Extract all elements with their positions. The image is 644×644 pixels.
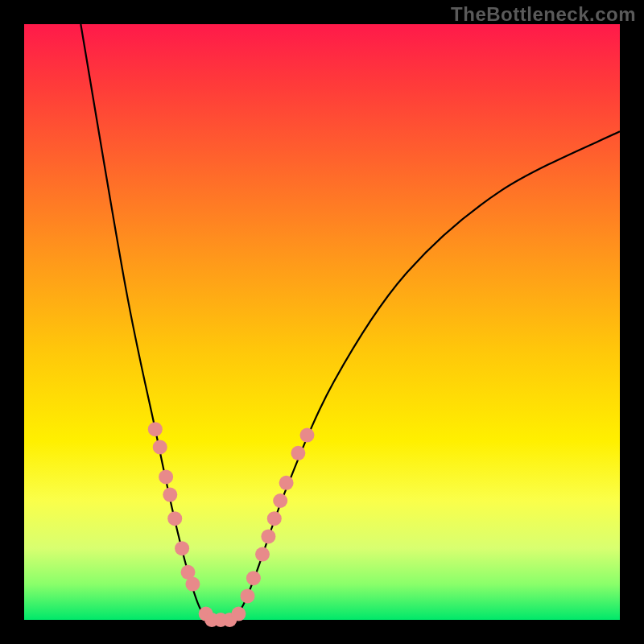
- right-markers-point: [291, 446, 305, 460]
- right-markers-point: [279, 476, 294, 490]
- left-markers-point: [159, 469, 173, 484]
- chart-frame: TheBottleneck.com: [0, 0, 644, 644]
- right-markers-point: [241, 588, 255, 603]
- right-markers-point: [246, 571, 261, 585]
- right-markers-point: [261, 529, 275, 543]
- right-markers-point: [300, 428, 315, 443]
- plot-area: [24, 24, 620, 620]
- right-markers-point: [273, 493, 287, 508]
- left-markers-point: [148, 422, 163, 436]
- left-markers-point: [185, 577, 200, 592]
- left-markers-point: [163, 488, 177, 502]
- right-markers-point: [255, 547, 270, 562]
- chart-svg: [24, 24, 620, 620]
- left-markers-point: [167, 511, 182, 526]
- left-markers-point: [153, 440, 167, 454]
- watermark-text: TheBottleneck.com: [451, 3, 636, 26]
- right-markers-point: [267, 511, 282, 526]
- bottleneck-curve: [80, 24, 620, 621]
- left-markers-point: [175, 541, 189, 555]
- right-markers-point: [231, 607, 246, 621]
